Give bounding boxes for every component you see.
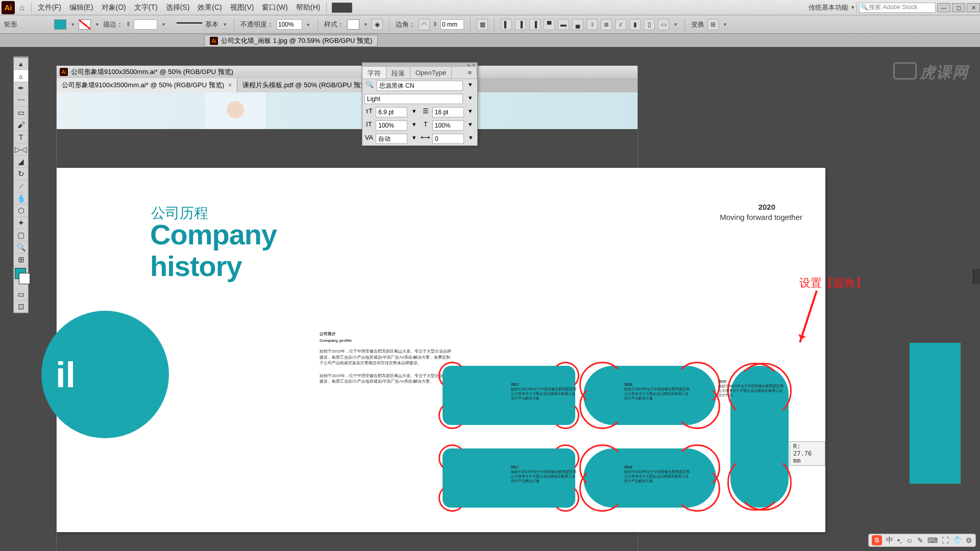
sogou-icon[interactable]: S xyxy=(872,535,882,545)
kerning[interactable] xyxy=(376,134,407,144)
stroke-dd[interactable]: ▾ xyxy=(94,19,100,30)
ime-item[interactable]: 👕 xyxy=(953,536,962,544)
transform-panel-icon[interactable]: ⊞ xyxy=(707,19,719,30)
line-tool[interactable]: ▷◁ xyxy=(14,143,28,156)
tab-paragraph[interactable]: 段落 xyxy=(386,67,410,79)
align-artboard-icon[interactable]: ▯ xyxy=(644,19,655,30)
doc-tab-1[interactable]: 公司形象墙9100x3500mm.ai* @ 50% (RGB/GPU 预览)× xyxy=(57,78,237,92)
stroke-swatch[interactable] xyxy=(79,19,91,30)
eyedropper-tool[interactable]: 💧 xyxy=(14,192,28,205)
ime-item[interactable]: •, xyxy=(897,536,902,544)
font-weight[interactable] xyxy=(364,94,463,104)
stroke-weight[interactable] xyxy=(134,19,157,30)
rectangle-tool[interactable]: ▭ xyxy=(14,107,28,119)
recolor-icon[interactable]: ◉ xyxy=(372,19,383,30)
draw-mode[interactable]: ▭ xyxy=(14,288,28,300)
symbol-sprayer-tool[interactable]: ✦ xyxy=(14,217,28,229)
home-icon[interactable]: ⌂ xyxy=(15,3,29,12)
hand-tool[interactable]: ⊞ xyxy=(14,254,28,266)
ime-item[interactable]: ⛶ xyxy=(942,536,949,544)
distribute-h-icon[interactable]: ⫴ xyxy=(586,19,598,30)
layout-selector[interactable] xyxy=(332,3,352,13)
corner-radius[interactable] xyxy=(440,19,464,30)
align-right-icon[interactable]: ▐ xyxy=(529,19,541,30)
font-family[interactable] xyxy=(377,81,463,91)
align-center-h-icon[interactable]: ▐ xyxy=(515,19,526,30)
chevron-down-icon[interactable]: ▾ xyxy=(851,4,854,11)
align-key-icon[interactable]: ▮ xyxy=(629,19,641,30)
screen-mode[interactable]: ⊡ xyxy=(14,300,28,313)
stroke-color[interactable] xyxy=(19,273,30,284)
horizontal-scale[interactable] xyxy=(432,120,464,131)
zoom-tool[interactable]: 🔍 xyxy=(14,241,28,254)
panel-handle[interactable]: «× xyxy=(362,63,477,67)
vertical-scale[interactable] xyxy=(376,120,407,131)
selection-tool[interactable]: ▴ xyxy=(14,58,28,70)
ime-handwrite-icon[interactable]: ✎ xyxy=(917,536,923,544)
menu-window[interactable]: 窗口(W) xyxy=(258,3,292,12)
align-bottom-icon[interactable]: ▄ xyxy=(572,19,583,30)
ime-item[interactable]: 中 xyxy=(886,536,893,545)
workspace-label[interactable]: 传统基本功能 xyxy=(805,3,851,12)
offscreen-shape[interactable] xyxy=(910,343,961,484)
stock-search[interactable]: 搜索 Adobe Stock xyxy=(859,3,936,13)
artboard-tool[interactable]: ▢ xyxy=(14,229,28,241)
character-panel[interactable]: «× 字符 段落 OpenType ≡ 🔍 ▾ ▾ тT ▾ ☰ ▾ IT ▾ … xyxy=(362,62,478,146)
stroke-style[interactable] xyxy=(177,22,202,31)
graphic-style-swatch[interactable] xyxy=(347,19,359,30)
menu-view[interactable]: 视图(V) xyxy=(226,3,258,12)
type-tool[interactable]: T xyxy=(14,131,28,143)
ime-keyboard-icon[interactable]: ⌨ xyxy=(927,536,938,544)
fill-stroke-block[interactable] xyxy=(14,266,28,288)
doc-tab-2[interactable]: 课程片头模板.pdf @ 50% (RGB/GPU 预览)× xyxy=(237,78,382,92)
stepper-icon[interactable]: ⇕ xyxy=(126,21,131,28)
fill-dd[interactable]: ▾ xyxy=(69,19,76,30)
distribute-v-icon[interactable]: ≣ xyxy=(601,19,612,30)
stepper-icon[interactable]: ⇕ xyxy=(433,21,437,28)
tracking[interactable] xyxy=(432,134,464,144)
doc-titlebar[interactable]: Ai 公司形象墙9100x3500mm.ai* @ 50% (RGB/GPU 预… xyxy=(57,66,638,78)
menu-object[interactable]: 对象(O) xyxy=(97,3,130,12)
shape-builder-tool[interactable]: ⬡ xyxy=(14,205,28,217)
corner-type-icon[interactable]: ◠ xyxy=(419,19,430,30)
chevron-down-icon[interactable]: ▾ xyxy=(465,81,475,91)
paintbrush-tool[interactable]: 🖌 xyxy=(14,119,28,131)
window-restore[interactable]: ◻ xyxy=(952,3,965,12)
tab-opentype[interactable]: OpenType xyxy=(410,67,452,79)
align-left-icon[interactable]: ▌ xyxy=(501,19,512,30)
align-top-icon[interactable]: ▀ xyxy=(544,19,555,30)
align-icon[interactable]: ▦ xyxy=(477,19,488,30)
distribute-spacing-icon[interactable]: ⫽ xyxy=(615,19,626,30)
tab-character[interactable]: 字符 xyxy=(362,67,386,79)
menu-help[interactable]: 帮助(H) xyxy=(292,3,324,12)
opacity-value[interactable] xyxy=(277,19,302,30)
align-center-v-icon[interactable]: ▬ xyxy=(558,19,569,30)
direct-selection-tool[interactable]: ▵ xyxy=(14,70,28,82)
eraser-tool[interactable]: ◢ xyxy=(14,156,28,168)
ime-emoji-icon[interactable]: ☺ xyxy=(906,536,913,544)
right-panel-dock[interactable] xyxy=(973,269,980,284)
rotate-tool[interactable]: ↻ xyxy=(14,168,28,180)
leading[interactable] xyxy=(432,107,464,117)
menu-select[interactable]: 选择(S) xyxy=(162,3,194,12)
font-size[interactable] xyxy=(376,107,407,117)
menu-type[interactable]: 文字(T) xyxy=(130,3,162,12)
ime-settings-icon[interactable]: ⚙ xyxy=(966,536,972,544)
width-tool[interactable]: ⟋ xyxy=(14,180,28,192)
pen-tool[interactable]: ✒ xyxy=(14,82,28,94)
curvature-tool[interactable]: 〰 xyxy=(14,94,28,107)
menu-file[interactable]: 文件(F) xyxy=(34,3,65,12)
align-selection-icon[interactable]: ▭ xyxy=(658,19,669,30)
panel-menu-icon[interactable]: ≡ xyxy=(462,67,477,79)
window-minimize[interactable]: — xyxy=(937,3,950,12)
chevron-down-icon[interactable]: ▾ xyxy=(465,94,475,104)
window-close[interactable]: ✕ xyxy=(967,3,980,12)
close-icon[interactable]: × xyxy=(228,82,232,89)
fill-swatch[interactable] xyxy=(54,19,66,30)
menu-edit[interactable]: 编辑(E) xyxy=(65,3,97,12)
control-bar: 矩形 ▾ ▾ 描边： ⇕ ▾ 基本 ▾ 不透明度： ▸ 样式： ▾ ◉ 边角： … xyxy=(0,15,980,34)
doc-viewport[interactable]: 公司历程 Companyhistory 2020 Moving forward … xyxy=(57,92,638,551)
stroke-weight-dd[interactable]: ▾ xyxy=(160,19,166,30)
bg-doctab[interactable]: Ai 公司文化墙_画板 1.jpg @ 70.59% (RGB/GPU 预览) xyxy=(204,35,378,47)
menu-effect[interactable]: 效果(C) xyxy=(193,3,226,12)
